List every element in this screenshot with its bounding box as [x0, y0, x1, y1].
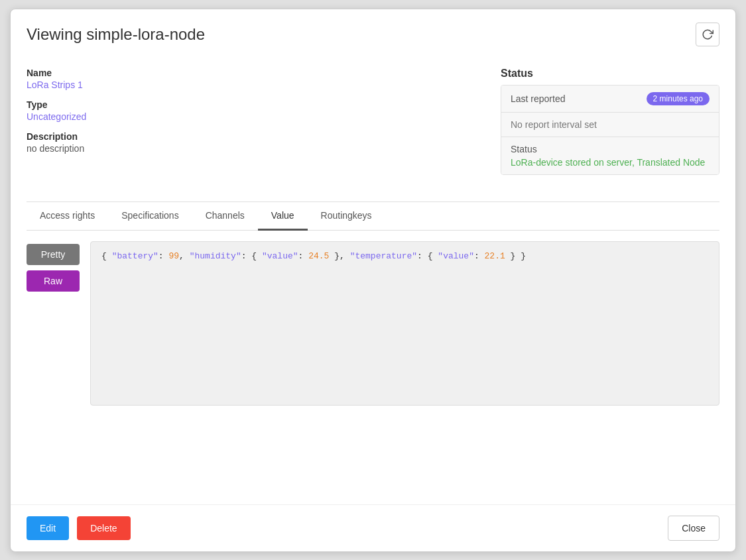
footer-left-buttons: Edit Delete: [27, 516, 131, 540]
modal-container: Viewing simple-lora-node Name LoRa Strip…: [10, 9, 736, 552]
tabs-bar: Access rights Specifications Channels Va…: [27, 202, 719, 231]
tabs-section: Access rights Specifications Channels Va…: [27, 201, 719, 416]
tab-content-value: Pretty Raw { "battery": 99, "humidity": …: [27, 231, 719, 416]
tab-access-rights[interactable]: Access rights: [27, 202, 108, 231]
last-reported-label: Last reported: [511, 93, 566, 104]
format-buttons: Pretty Raw: [27, 244, 80, 406]
last-reported-badge: 2 minutes ago: [647, 92, 710, 105]
modal-footer: Edit Delete Close: [11, 504, 735, 551]
tab-specifications[interactable]: Specifications: [108, 202, 192, 231]
modal-header: Viewing simple-lora-node: [11, 9, 735, 57]
status-title: Status: [501, 68, 719, 80]
no-report-interval: No report interval set: [501, 113, 719, 137]
description-label: Description: [27, 131, 485, 142]
close-button[interactable]: Close: [668, 516, 719, 541]
type-value: Uncategorized: [27, 111, 485, 122]
refresh-button[interactable]: [696, 23, 719, 46]
type-label: Type: [27, 99, 485, 110]
top-section: Name LoRa Strips 1 Type Uncategorized De…: [27, 68, 719, 175]
status-detail-value: LoRa-device stored on server, Translated…: [511, 157, 705, 168]
tab-value[interactable]: Value: [258, 202, 308, 231]
tab-routingkeys[interactable]: Routingkeys: [308, 202, 385, 231]
refresh-icon: [702, 28, 714, 40]
status-detail-label: Status: [511, 144, 537, 154]
main-content: Name LoRa Strips 1 Type Uncategorized De…: [11, 57, 735, 504]
pretty-button[interactable]: Pretty: [27, 244, 80, 265]
edit-button[interactable]: Edit: [27, 516, 69, 540]
info-section: Name LoRa Strips 1 Type Uncategorized De…: [27, 68, 485, 175]
status-card: Last reported 2 minutes ago No report in…: [501, 85, 719, 175]
tab-channels[interactable]: Channels: [192, 202, 258, 231]
json-viewer[interactable]: { "battery": 99, "humidity": { "value": …: [90, 241, 719, 406]
description-value: no description: [27, 143, 485, 154]
name-label: Name: [27, 68, 485, 78]
raw-button[interactable]: Raw: [27, 270, 80, 292]
status-detail-row: Status LoRa-device stored on server, Tra…: [501, 137, 719, 174]
delete-button[interactable]: Delete: [77, 516, 130, 540]
name-value: LoRa Strips 1: [27, 80, 485, 90]
last-reported-row: Last reported 2 minutes ago: [501, 85, 719, 113]
status-section: Status Last reported 2 minutes ago No re…: [501, 68, 719, 175]
page-title: Viewing simple-lora-node: [27, 25, 205, 44]
